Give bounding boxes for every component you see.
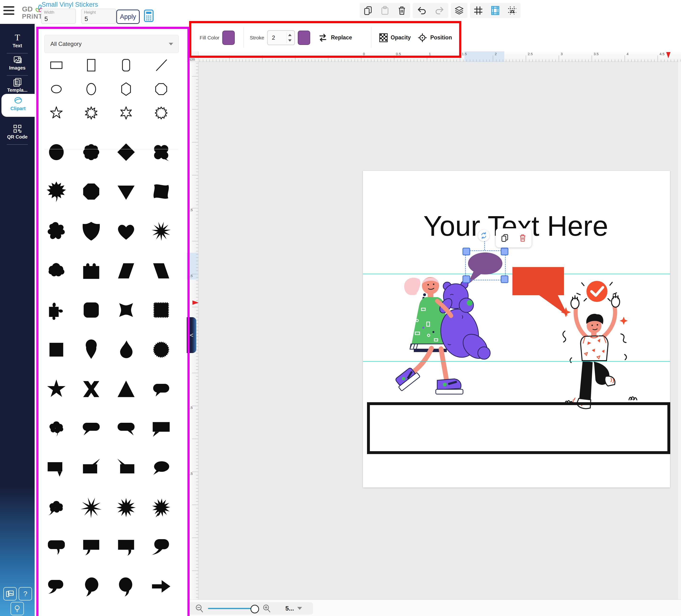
help-button[interactable]: ? <box>19 587 32 600</box>
stroke-width-value[interactable]: 2 <box>272 34 275 41</box>
stroke-stepper[interactable] <box>286 32 293 43</box>
apply-button[interactable]: Apply <box>116 9 140 24</box>
width-value[interactable]: 5 <box>44 15 48 23</box>
shape-puzzle[interactable] <box>45 299 68 321</box>
redo-icon[interactable] <box>434 5 445 16</box>
position-button[interactable]: Position <box>418 24 452 51</box>
shape-star[interactable] <box>45 378 68 400</box>
zoom-dropdown-icon[interactable] <box>297 607 302 610</box>
idea-button[interactable] <box>10 602 24 615</box>
stroke-color-swatch[interactable] <box>298 30 310 45</box>
width-field[interactable]: Width 5 <box>41 8 76 24</box>
snap-grid-icon[interactable] <box>507 5 518 16</box>
clipart-girl-teddy-bear[interactable] <box>390 272 510 396</box>
shape-speech-round-tail-left[interactable] <box>80 417 103 440</box>
paste-icon[interactable] <box>379 5 390 16</box>
shape-speech-round-long-tail[interactable] <box>80 575 103 598</box>
shape-splat[interactable] <box>45 220 68 243</box>
shape-hexagon-outline[interactable] <box>118 81 134 97</box>
opacity-button[interactable]: Opacity <box>379 24 411 51</box>
shape-flower[interactable] <box>80 141 103 164</box>
shape-speech-ellipse[interactable] <box>150 457 173 479</box>
shape-square[interactable] <box>45 338 68 361</box>
shape-speech-rect-curve-tail-right[interactable] <box>115 536 137 559</box>
fill-color-swatch[interactable] <box>222 30 235 45</box>
shape-pin[interactable] <box>80 338 103 361</box>
shape-droplet[interactable] <box>115 338 137 361</box>
replace-button[interactable]: Replace <box>318 24 352 51</box>
shape-wavy-square[interactable] <box>150 180 173 203</box>
shape-speech-cloud[interactable] <box>45 417 68 440</box>
zoom-slider[interactable] <box>208 608 258 609</box>
zoom-in-icon[interactable] <box>261 603 272 614</box>
calculator-icon[interactable] <box>144 9 154 22</box>
zoom-percentage[interactable]: 5... <box>285 605 294 612</box>
shape-star-6-outline[interactable] <box>118 105 134 121</box>
shape-rounded-square[interactable] <box>80 299 103 321</box>
stroke-width-input[interactable]: 2 <box>267 30 295 45</box>
sidebar-item-clipart[interactable]: Clipart <box>1 94 34 117</box>
shape-shield[interactable] <box>80 220 103 243</box>
copy-icon[interactable] <box>362 5 374 16</box>
shape-letter-x[interactable] <box>80 378 103 400</box>
shape-ellipse-outline[interactable] <box>48 81 64 97</box>
shape-speech-round-small[interactable] <box>150 378 173 400</box>
undo-icon[interactable] <box>416 5 427 16</box>
shape-pillow[interactable] <box>115 299 137 321</box>
duplicate-icon[interactable] <box>500 233 509 243</box>
shape-speech-swoosh-left[interactable] <box>45 575 68 598</box>
shape-speech-rect-tail-down[interactable] <box>45 457 68 479</box>
shape-star-5-outline[interactable] <box>48 105 64 121</box>
shape-octagon-outline[interactable] <box>153 81 169 97</box>
height-value[interactable]: 5 <box>84 15 88 23</box>
shape-burst-10-outline[interactable] <box>83 105 99 121</box>
layers-icon[interactable] <box>454 5 465 16</box>
clipart-celebrating-man[interactable] <box>561 279 647 413</box>
sidebar-item-text[interactable]: TText <box>0 31 34 53</box>
shape-octagon[interactable] <box>80 180 103 203</box>
selection-handle-bottom-left[interactable] <box>462 275 470 283</box>
canvas-scrollbar[interactable] <box>678 61 681 599</box>
shape-burst-12[interactable] <box>150 220 173 243</box>
panel-collapse-tab[interactable]: < <box>187 317 196 353</box>
canvas-black-frame-object[interactable] <box>367 402 670 454</box>
shape-burst-spiky-tail[interactable] <box>150 496 173 519</box>
shape-diagonal-line[interactable] <box>153 57 169 73</box>
shape-bump-square[interactable] <box>80 259 103 282</box>
selection-handle-top-right[interactable] <box>501 248 508 255</box>
sidebar-item-qr-code[interactable]: QR Code <box>0 122 34 144</box>
shape-speech-round-curve-tail[interactable] <box>45 536 68 559</box>
height-field[interactable]: Height 5 <box>81 8 116 24</box>
shape-oval-outline[interactable] <box>83 81 99 97</box>
selection-handle-top-left[interactable] <box>462 248 470 255</box>
shape-circle[interactable] <box>45 141 68 164</box>
shape-speech-round-tail-right[interactable] <box>115 417 137 440</box>
shape-speech-cloud-2[interactable] <box>45 496 68 519</box>
shape-parallelogram-right[interactable] <box>150 259 173 282</box>
selection-handle-bottom-right[interactable] <box>501 275 508 283</box>
shape-speech-rect-spike-left[interactable] <box>115 457 137 479</box>
shape-triangle-down[interactable] <box>115 180 137 203</box>
shape-rectangle-outline[interactable] <box>48 57 64 73</box>
frame-icon[interactable] <box>490 5 501 16</box>
shape-seal[interactable] <box>150 338 173 361</box>
shape-speech-round-long-tail-right[interactable] <box>115 575 137 598</box>
shape-seal-12-outline[interactable] <box>153 105 169 121</box>
selection-box[interactable] <box>465 250 506 280</box>
shape-speech-blob-swoosh[interactable] <box>150 536 173 559</box>
shape-parallelogram-left[interactable] <box>115 259 137 282</box>
stepper-down-icon[interactable] <box>288 40 292 42</box>
zoom-slider-thumb[interactable] <box>251 605 259 613</box>
shape-burst-spiky[interactable] <box>115 496 137 519</box>
grid-icon[interactable] <box>473 5 484 16</box>
category-dropdown[interactable]: All Category <box>44 35 179 53</box>
stepper-up-icon[interactable] <box>288 34 292 36</box>
shape-burst-star[interactable] <box>80 496 103 519</box>
shape-triangle[interactable] <box>115 378 137 400</box>
shape-speech-rect-tail-left[interactable] <box>150 417 173 440</box>
shape-square-outline[interactable] <box>83 57 99 73</box>
delete-icon[interactable] <box>518 233 527 243</box>
shape-stamp[interactable] <box>150 299 173 321</box>
shape-arrow-right[interactable] <box>150 575 173 598</box>
shape-cloud[interactable] <box>45 259 68 282</box>
